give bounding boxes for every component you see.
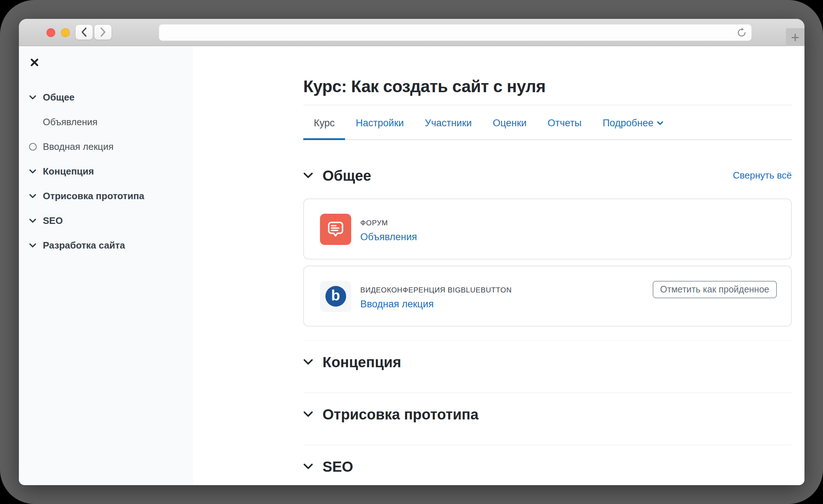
screenshot-stage: + Общее <box>0 0 823 504</box>
chevron-down-icon[interactable] <box>29 169 43 174</box>
course-section-koncepciya: Концепция <box>303 341 792 393</box>
activity-type-label: ФОРУМ <box>360 218 417 227</box>
chevron-down-icon[interactable] <box>29 95 43 100</box>
tab-uchastniki[interactable]: Участники <box>414 105 482 139</box>
section-title: SEO <box>323 459 353 475</box>
course-nav-tabs: Курс Настройки Участники Оценки Отчеты <box>303 105 792 140</box>
tab-otchety[interactable]: Отчеты <box>537 105 592 139</box>
bigbluebutton-letter: b <box>331 287 340 304</box>
tab-ocenki[interactable]: Оценки <box>482 105 537 139</box>
close-drawer-icon[interactable] <box>30 58 39 67</box>
sidebar-item-label: Отрисовка прототипа <box>43 190 144 202</box>
chevron-down-icon <box>657 121 663 125</box>
sidebar-item-label: Объявления <box>43 116 97 128</box>
course-index-list: Общее Объявления Вводная лекция <box>19 85 193 258</box>
chevron-down-icon[interactable] <box>303 359 313 365</box>
sidebar-item-otrisovka-prototipa[interactable]: Отрисовка прототипа <box>19 184 193 208</box>
chevron-down-icon[interactable] <box>303 411 313 417</box>
sidebar-item-obshchee[interactable]: Общее <box>19 85 193 110</box>
tab-label: Настройки <box>356 118 404 129</box>
sidebar-item-razrabotka-sayta[interactable]: Разработка сайта <box>19 233 193 258</box>
course-section-seo: SEO <box>303 445 792 475</box>
course-section-general: Общее Свернуть всё <box>303 168 792 341</box>
browser-forward-button[interactable] <box>94 24 112 40</box>
chevron-down-icon[interactable] <box>29 218 43 223</box>
activity-card-forum: ФОРУМ Объявления <box>303 198 792 259</box>
tab-label: Подробнее <box>603 118 653 129</box>
tab-label: Отчеты <box>548 118 581 129</box>
completion-circle-icon <box>29 143 43 151</box>
desktop-background: + Общее <box>0 0 823 504</box>
tab-nastroyki[interactable]: Настройки <box>345 105 414 139</box>
activity-link[interactable]: Вводная лекция <box>360 299 512 310</box>
chevron-right-icon <box>100 27 106 37</box>
sidebar-item-vvodnaya-lekciya[interactable]: Вводная лекция <box>19 134 193 159</box>
browser-window: + Общее <box>19 19 804 485</box>
tab-label: Оценки <box>493 118 527 129</box>
course-index-sidebar: Общее Объявления Вводная лекция <box>19 46 193 485</box>
chevron-down-icon[interactable] <box>29 243 43 248</box>
mark-as-done-button[interactable]: Отметить как пройденное <box>653 281 777 298</box>
minimize-window-button[interactable] <box>61 28 70 37</box>
close-window-button[interactable] <box>46 28 55 37</box>
section-title: Общее <box>323 168 371 184</box>
section-title: Отрисовка прототипа <box>323 406 479 422</box>
chevron-left-icon <box>81 27 87 37</box>
tab-label: Курс <box>314 118 335 129</box>
collapse-all-link[interactable]: Свернуть всё <box>733 170 792 181</box>
course-main-content: Курс: Как создать сайт с нуля Курс Настр… <box>193 46 804 485</box>
section-title: Концепция <box>323 354 401 370</box>
tab-label: Участники <box>425 118 472 129</box>
forum-icon <box>320 214 351 245</box>
browser-back-button[interactable] <box>75 24 93 40</box>
bigbluebutton-icon: b <box>320 281 351 312</box>
sidebar-item-koncepciya[interactable]: Концепция <box>19 159 193 184</box>
page-title: Курс: Как создать сайт с нуля <box>303 46 792 96</box>
sidebar-item-seo[interactable]: SEO <box>19 208 193 233</box>
activity-type-label: ВИДЕОКОНФЕРЕНЦИЯ BIGBLUEBUTTON <box>360 286 512 294</box>
chevron-down-icon[interactable] <box>303 463 313 470</box>
tab-kurs[interactable]: Курс <box>303 105 345 139</box>
moodle-app: Общее Объявления Вводная лекция <box>19 46 804 485</box>
sidebar-item-label: SEO <box>43 215 63 226</box>
new-tab-button[interactable]: + <box>786 28 804 46</box>
sidebar-item-label: Разработка сайта <box>43 240 125 251</box>
browser-toolbar: + <box>19 19 804 46</box>
sidebar-item-label: Концепция <box>43 166 94 177</box>
sidebar-item-label: Вводная лекция <box>43 141 114 152</box>
activity-link[interactable]: Объявления <box>360 231 417 243</box>
chevron-down-icon[interactable] <box>29 194 43 198</box>
tab-podrobnee[interactable]: Подробнее <box>592 105 674 139</box>
plus-icon: + <box>791 30 799 45</box>
sidebar-item-label: Общее <box>43 92 74 103</box>
chevron-down-icon[interactable] <box>303 172 313 179</box>
activity-card-bigbluebutton: b ВИДЕОКОНФЕРЕНЦИЯ BIGBLUEBUTTON Вводная… <box>303 266 792 327</box>
address-input[interactable] <box>159 24 751 41</box>
course-section-otrisovka: Отрисовка прототипа <box>303 393 792 445</box>
sidebar-item-obyavleniya[interactable]: Объявления <box>19 110 193 134</box>
reload-icon[interactable] <box>736 27 747 38</box>
address-bar[interactable] <box>159 24 752 41</box>
